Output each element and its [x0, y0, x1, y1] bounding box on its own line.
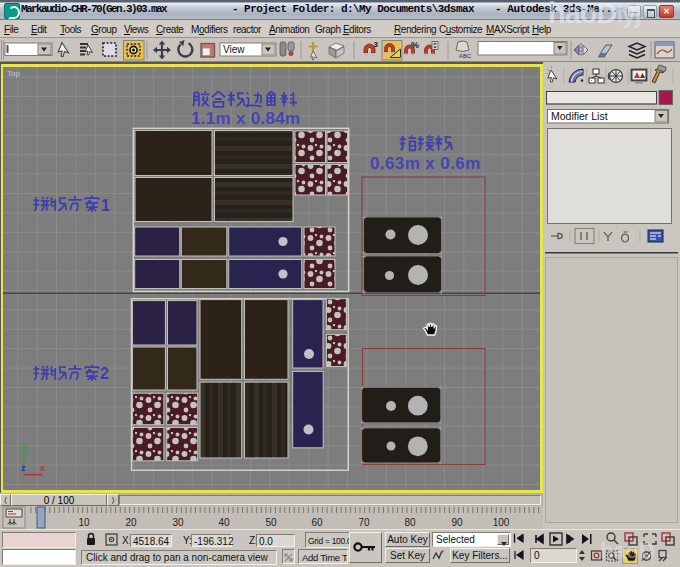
svg-text:100: 100 [493, 517, 510, 528]
svg-text:50: 50 [265, 517, 277, 528]
svg-text:40: 40 [218, 517, 230, 528]
svg-text:x: x [40, 463, 45, 473]
svg-text:70: 70 [358, 517, 370, 528]
svg-text:View: View [223, 44, 245, 55]
svg-text:80: 80 [404, 517, 416, 528]
svg-text:10: 10 [78, 517, 90, 528]
svg-text:3: 3 [374, 40, 379, 49]
svg-text:y: y [22, 441, 27, 451]
svg-text:90: 90 [451, 517, 463, 528]
svg-text:2: 2 [100, 365, 109, 382]
svg-text:z: z [21, 463, 26, 473]
svg-text:Modifier List: Modifier List [551, 110, 608, 122]
svg-text:0.63m x 0.6m: 0.63m x 0.6m [370, 154, 481, 173]
svg-text:%: % [411, 40, 419, 50]
svg-text:1: 1 [101, 197, 110, 214]
svg-text:ABC: ABC [459, 53, 472, 59]
svg-text:20: 20 [125, 517, 137, 528]
svg-text:1.1m x 0.84m: 1.1m x 0.84m [191, 109, 300, 128]
svg-text:60: 60 [311, 517, 323, 528]
svg-text:30: 30 [172, 517, 184, 528]
